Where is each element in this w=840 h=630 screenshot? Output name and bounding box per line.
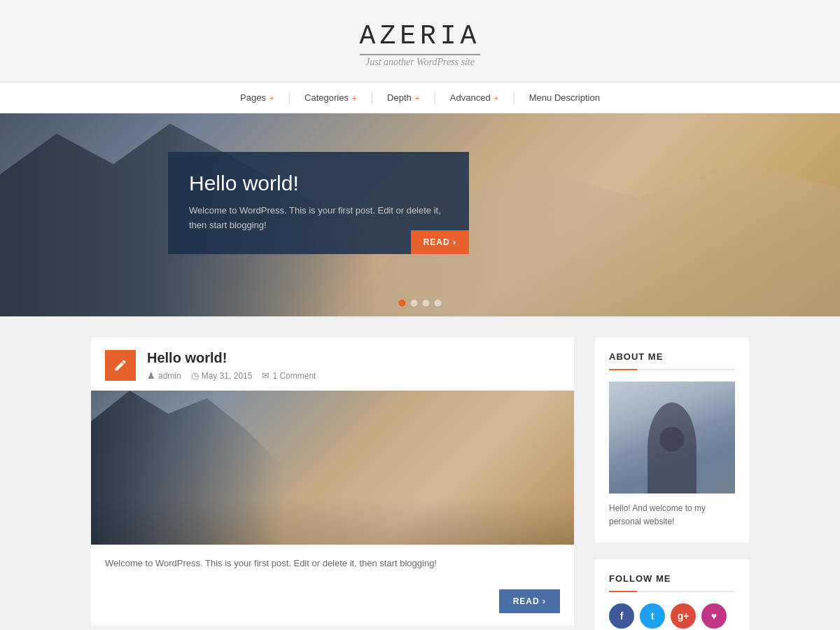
nav-item-advanced[interactable]: Advanced +	[438, 83, 511, 113]
about-me-widget: ABOUT ME Hello! And welcome to my person…	[595, 337, 749, 542]
twitter-button[interactable]: t	[640, 603, 665, 629]
hero-title: Hello world!	[189, 172, 448, 195]
nav-separator-2: |	[369, 90, 374, 104]
post-date: ◷ May 31, 2015	[191, 370, 253, 381]
nav-item-menu-description[interactable]: Menu Description	[517, 83, 612, 113]
site-header: AZERIA Just another WordPress site	[0, 0, 840, 82]
main-nav: Pages + | Categories + | Depth + | Advan…	[0, 82, 840, 113]
post-card: Hello world! ♟ admin ◷ May 31, 2015 ✉ 1	[91, 337, 574, 626]
nav-plus-categories: +	[350, 94, 356, 102]
slider-dot-2[interactable]	[411, 300, 418, 307]
post-author: ♟ admin	[147, 370, 181, 381]
follow-me-widget: FOLLOW ME f t g+ ♥ P ◎	[595, 559, 749, 630]
post-footer: READ ›	[91, 582, 574, 626]
about-me-text: Hello! And welcome to my personal websit…	[609, 502, 735, 528]
nav-item-categories[interactable]: Categories +	[292, 83, 369, 113]
post-header: Hello world! ♟ admin ◷ May 31, 2015 ✉ 1	[91, 337, 574, 391]
nav-plus-advanced: +	[492, 94, 498, 102]
user-icon: ♟	[147, 370, 155, 381]
post-comments: ✉ 1 Comment	[262, 370, 316, 381]
hero-content-box: Hello world! Welcome to WordPress. This …	[168, 152, 469, 254]
post-icon	[105, 350, 136, 381]
hero-read-button[interactable]: READ ›	[411, 230, 469, 254]
nav-link-menu-description[interactable]: Menu Description	[517, 83, 612, 113]
instagram-button[interactable]: ♥	[701, 603, 727, 629]
nav-separator-4: |	[511, 90, 517, 104]
slider-dot-3[interactable]	[423, 300, 430, 307]
pencil-icon	[113, 358, 127, 372]
site-tagline: Just another WordPress site	[14, 57, 826, 68]
nav-link-pages[interactable]: Pages +	[227, 83, 286, 113]
nav-link-categories[interactable]: Categories +	[292, 83, 369, 113]
social-icons: f t g+ ♥ P ◎	[609, 603, 735, 630]
nav-plus-depth: +	[413, 94, 419, 102]
facebook-button[interactable]: f	[609, 603, 634, 629]
read-more-button[interactable]: READ ›	[499, 589, 560, 613]
content-area: Hello world! ♟ admin ◷ May 31, 2015 ✉ 1	[77, 337, 763, 630]
post-meta-block: Hello world! ♟ admin ◷ May 31, 2015 ✉ 1	[147, 350, 560, 381]
post-title-link[interactable]: Hello world!	[147, 350, 227, 365]
nav-item-pages[interactable]: Pages +	[227, 83, 286, 113]
site-title[interactable]: AZERIA	[14, 21, 826, 51]
hero-excerpt: Welcome to WordPress. This is your first…	[189, 204, 448, 233]
post-meta: ♟ admin ◷ May 31, 2015 ✉ 1 Comment	[147, 370, 560, 381]
nav-separator-3: |	[432, 90, 438, 104]
about-me-title: ABOUT ME	[609, 351, 735, 370]
follow-me-title: FOLLOW ME	[609, 573, 735, 592]
nav-separator-1: |	[286, 90, 292, 104]
clock-icon: ◷	[191, 370, 199, 381]
nav-link-depth[interactable]: Depth +	[374, 83, 432, 113]
hero-slider: Hello world! Welcome to WordPress. This …	[0, 113, 840, 316]
main-posts: Hello world! ♟ admin ◷ May 31, 2015 ✉ 1	[91, 337, 574, 630]
slider-dot-4[interactable]	[435, 300, 442, 307]
googleplus-button[interactable]: g+	[671, 603, 696, 629]
comment-icon: ✉	[262, 370, 270, 381]
nav-link-advanced[interactable]: Advanced +	[438, 83, 511, 113]
post-excerpt: Welcome to WordPress. This is your first…	[91, 545, 574, 582]
sidebar: ABOUT ME Hello! And welcome to my person…	[595, 337, 749, 630]
nav-item-depth[interactable]: Depth +	[374, 83, 432, 113]
about-me-photo	[609, 382, 735, 493]
slider-dots	[399, 300, 442, 307]
slider-dot-1[interactable]	[399, 300, 406, 307]
post-thumbnail	[91, 391, 574, 545]
nav-plus-pages: +	[267, 94, 274, 102]
